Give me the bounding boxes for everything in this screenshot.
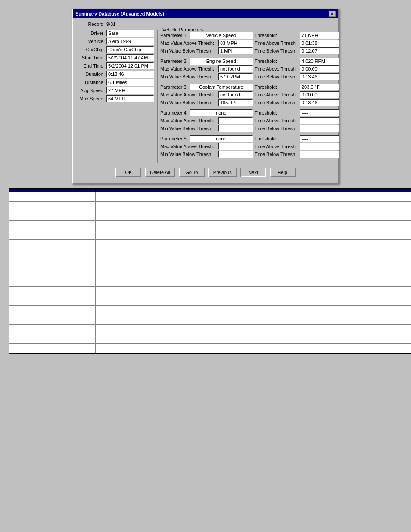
table-cell-col1-12 xyxy=(9,306,96,315)
time-above-row-2: Time Above Thresh: 0:00:00 xyxy=(255,65,339,72)
table-cell-col1-11 xyxy=(9,296,96,306)
next-button[interactable]: Next xyxy=(240,168,266,177)
time-below-row-3: Time Below Thresh: 0:13:46 xyxy=(255,99,339,106)
time-below-row-2: Time Below Thresh: 0:13:46 xyxy=(255,73,339,80)
table-row xyxy=(9,249,411,258)
time-below-value-2: 0:13:46 xyxy=(300,73,339,80)
param-header-5: Parameter 5: none xyxy=(160,135,253,142)
buttons-row: OK Delete All Go To Previous Next Help xyxy=(76,165,335,180)
table-cell-col1-0 xyxy=(9,192,96,202)
close-button[interactable]: × xyxy=(329,11,336,17)
field-label-5: Duration: xyxy=(76,72,106,77)
thresh-row-3: Threshold: 203.0 °F xyxy=(255,84,339,90)
param-min-row-3: Min Value Below Thresh: 185.0 °F xyxy=(160,99,253,106)
table-row xyxy=(9,306,411,315)
table-cell-col1-6 xyxy=(9,249,96,258)
param-max-value-5: ---- xyxy=(218,143,253,150)
field-label-7: Avg Speed: xyxy=(76,88,106,93)
thresh-value-5: ---- xyxy=(300,135,339,142)
left-panel: Driver: Sara Vehicle: Alero 1999 CarChip… xyxy=(76,30,154,163)
param-max-row-5: Max Value Above Thresh: ---- xyxy=(160,143,253,150)
time-above-row-3: Time Above Thresh: 0:00:00 xyxy=(255,91,339,98)
delete-all-button[interactable]: Delete All xyxy=(145,168,175,177)
param-section-3: Parameter 3: Coolant Temperature Max Val… xyxy=(160,84,339,107)
param-area-5: Parameter 5: none Max Value Above Thresh… xyxy=(160,135,339,159)
param-area-1: Parameter 1: Vehicle Speed Max Value Abo… xyxy=(160,32,339,55)
field-row-0: Driver: Sara xyxy=(76,30,154,37)
record-value: 9/31 xyxy=(106,22,115,27)
table-col2-header xyxy=(96,189,411,192)
param-header-1: Parameter 1: Vehicle Speed xyxy=(160,32,253,39)
table-row xyxy=(9,268,411,277)
go-to-button[interactable]: Go To xyxy=(179,168,205,177)
field-value-7: 27 MPH xyxy=(106,87,154,94)
threshold-col-5: Threshold: ---- Time Above Thresh: ---- … xyxy=(253,135,339,159)
thresh-value-2: 4,020 RPM xyxy=(300,58,339,65)
param-main-4: Parameter 4: none Max Value Above Thresh… xyxy=(160,109,253,133)
field-label-4: End Time: xyxy=(76,63,106,68)
param-min-label-1: Min Value Below Thresh: xyxy=(160,48,218,53)
param-name-4: none xyxy=(190,109,253,116)
table-cell-col1-14 xyxy=(9,325,96,334)
field-label-8: Max Speed: xyxy=(76,96,106,101)
table-row xyxy=(9,192,411,202)
table-row xyxy=(9,202,411,211)
field-value-2: Chris's CarChip xyxy=(106,46,154,53)
help-button[interactable]: Help xyxy=(270,168,296,177)
table-row xyxy=(9,296,411,306)
field-row-3: Start Time: 5/2/2004 11:47 AM xyxy=(76,54,154,61)
param-area-2: Parameter 2: Engine Speed Max Value Abov… xyxy=(160,58,339,81)
param-min-value-5: ---- xyxy=(218,151,253,158)
table-row xyxy=(9,221,411,230)
table-cell-col1-10 xyxy=(9,287,96,296)
time-below-value-5: ---- xyxy=(300,151,339,158)
param-min-row-1: Min Value Below Thresh: 1 MPH xyxy=(160,47,253,54)
time-below-label-5: Time Below Thresh: xyxy=(255,152,300,157)
param-name-1: Vehicle Speed xyxy=(190,32,253,39)
table-cell-col2-10 xyxy=(96,287,411,296)
thresh-label-1: Threshold: xyxy=(255,33,300,38)
previous-button[interactable]: Previous xyxy=(208,168,237,177)
field-row-8: Max Speed: 64 MPH xyxy=(76,95,154,102)
param-min-value-3: 185.0 °F xyxy=(218,99,253,106)
time-above-label-5: Time Above Thresh: xyxy=(255,144,300,149)
field-row-6: Distance: 6.1 Miles xyxy=(76,79,154,86)
table-cell-col1-2 xyxy=(9,211,96,221)
param-max-value-1: 83 MPH xyxy=(218,40,253,47)
time-above-label-3: Time Above Thresh: xyxy=(255,92,300,97)
param-max-row-3: Max Value Above Thresh: not found xyxy=(160,91,253,98)
param-section-2: Parameter 2: Engine Speed Max Value Abov… xyxy=(160,58,339,81)
param-min-row-5: Min Value Below Thresh: ---- xyxy=(160,151,253,158)
time-below-row-5: Time Below Thresh: ---- xyxy=(255,151,339,158)
time-below-label-2: Time Below Thresh: xyxy=(255,74,300,79)
time-below-value-1: 0:12:07 xyxy=(300,47,339,54)
table-cell-col2-8 xyxy=(96,268,411,277)
field-value-6: 6.1 Miles xyxy=(106,79,154,86)
table-row xyxy=(9,334,411,344)
table-cell-col2-12 xyxy=(96,306,411,315)
thresh-row-5: Threshold: ---- xyxy=(255,135,339,142)
table-row xyxy=(9,240,411,249)
ok-button[interactable]: OK xyxy=(115,168,141,177)
param-min-label-2: Min Value Below Thresh: xyxy=(160,74,218,79)
bottom-table xyxy=(9,189,411,353)
table-cell-col2-13 xyxy=(96,315,411,325)
param-max-label-3: Max Value Above Thresh: xyxy=(160,92,218,97)
table-row xyxy=(9,287,411,296)
param-max-label-1: Max Value Above Thresh: xyxy=(160,40,218,46)
vehicle-params-title: Vehicle Parameters xyxy=(161,27,205,32)
thresh-row-4: Threshold: ---- xyxy=(255,109,339,116)
time-below-row-1: Time Below Thresh: 0:12:07 xyxy=(255,47,339,54)
param-min-value-2: 579 RPM xyxy=(218,73,253,80)
param-max-value-4: ---- xyxy=(218,117,253,124)
param-section-5: Parameter 5: none Max Value Above Thresh… xyxy=(160,135,339,159)
thresh-label-2: Threshold: xyxy=(255,59,300,64)
threshold-col-2: Threshold: 4,020 RPM Time Above Thresh: … xyxy=(253,58,339,81)
table-cell-col1-3 xyxy=(9,221,96,230)
table-row xyxy=(9,258,411,268)
table-cell-col1-13 xyxy=(9,315,96,325)
table-row xyxy=(9,230,411,240)
table-cell-col2-6 xyxy=(96,249,411,258)
param-min-row-2: Min Value Below Thresh: 579 RPM xyxy=(160,73,253,80)
time-above-value-1: 0:01:38 xyxy=(300,40,339,47)
